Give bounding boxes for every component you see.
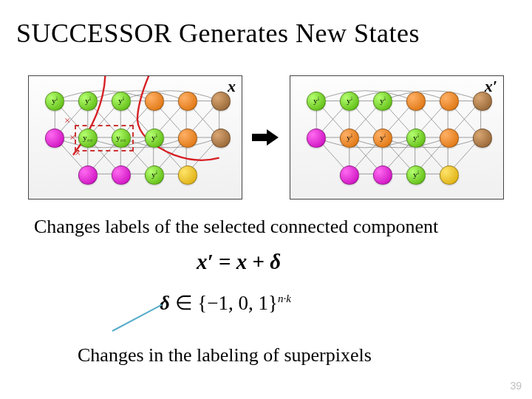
node: yⁱ xyxy=(145,129,164,148)
node: yⁱ xyxy=(373,129,392,148)
node: yⁱ xyxy=(340,129,359,148)
node xyxy=(373,166,392,185)
node xyxy=(211,129,231,148)
cut-mark-icon: × xyxy=(64,115,70,127)
state-panel-after: x′ xyxy=(290,75,504,200)
node xyxy=(406,92,426,111)
node xyxy=(145,92,164,111)
node: yⁱ xyxy=(340,92,359,111)
selected-cc-box xyxy=(75,125,134,151)
caption-superpixel-changes: Changes in the labeling of superpixels xyxy=(78,344,372,366)
page-number: 39 xyxy=(510,380,522,392)
node: yⁱ xyxy=(406,129,426,148)
node: yⁱ xyxy=(145,166,164,185)
node xyxy=(307,129,326,148)
node: yⁱ xyxy=(307,92,326,111)
cut-mark-icon: × xyxy=(69,132,75,144)
caption-selected-cc: Changes labels of the selected connected… xyxy=(34,216,438,238)
node xyxy=(178,129,197,148)
node xyxy=(440,129,459,148)
node xyxy=(112,166,131,185)
node: yⁱ xyxy=(406,166,426,185)
transition-arrow-icon xyxy=(250,129,282,146)
state-panel-before: x xyxy=(28,75,242,200)
node xyxy=(45,129,64,148)
node: yⁱ xyxy=(78,92,98,111)
panel-label-x: x xyxy=(228,77,236,96)
node: yⁱ xyxy=(373,92,392,111)
node: yⁱ xyxy=(45,92,64,111)
node xyxy=(440,92,459,111)
slide-title: SUCCESSOR Generates New States xyxy=(16,18,420,49)
annotation-pointer-icon xyxy=(112,304,163,331)
node xyxy=(473,129,492,148)
cut-mark-icon: × xyxy=(75,147,81,160)
equation-state-update: x′ = x + δ xyxy=(197,250,281,274)
node: yⁱ xyxy=(112,92,131,111)
node xyxy=(78,166,98,185)
node xyxy=(473,92,492,111)
equation-delta-domain: δ ∈ {−1, 0, 1}n·k xyxy=(160,291,291,315)
node xyxy=(440,166,459,185)
state-transition-diagram: x xyxy=(28,72,504,202)
node xyxy=(178,166,197,185)
node xyxy=(211,92,231,111)
node xyxy=(340,166,359,185)
node xyxy=(178,92,197,111)
